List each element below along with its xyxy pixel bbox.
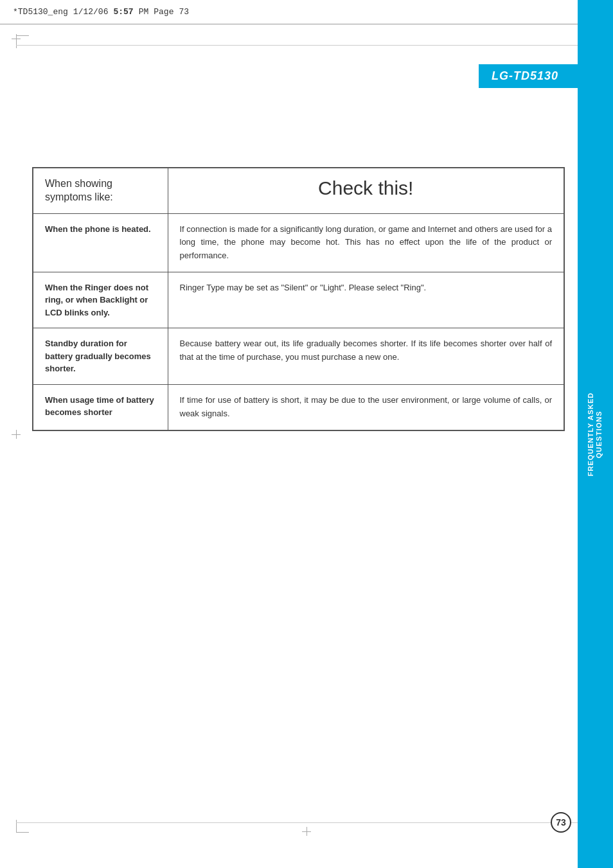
symptom-cell-3: When usage time of battery becomes short… bbox=[33, 384, 168, 430]
blue-sidebar: FREQUENTLY ASKED QUESTIONS bbox=[578, 0, 613, 868]
crosshair-top-left bbox=[12, 34, 21, 43]
sidebar-text-container: FREQUENTLY ASKED QUESTIONS bbox=[578, 392, 613, 476]
crosshair-bottom-center bbox=[302, 827, 311, 836]
col-symptom-header: When showing symptoms like: bbox=[33, 168, 168, 213]
header-date: 1/12/06 bbox=[73, 7, 109, 17]
crosshair-left-middle bbox=[12, 430, 21, 439]
page-number-badge: 73 bbox=[551, 812, 571, 833]
main-content: When showing symptoms like: Check this! … bbox=[32, 128, 565, 804]
h-line-top bbox=[16, 45, 597, 46]
corner-mark-bl bbox=[16, 820, 29, 833]
symptom-cell-2: Standby duration for battery gradually b… bbox=[33, 328, 168, 385]
check-cell-3: If time for use of battery is short, it … bbox=[168, 384, 564, 430]
table-row: When usage time of battery becomes short… bbox=[33, 384, 564, 430]
symptom-cell-0: When the phone is heated. bbox=[33, 213, 168, 272]
h-line-bottom bbox=[16, 822, 597, 823]
table-row: Standby duration for battery gradually b… bbox=[33, 328, 564, 385]
header-time: 5:57 bbox=[113, 7, 133, 17]
check-cell-0: If connection is made for a significantl… bbox=[168, 213, 564, 272]
header-page-label: Page bbox=[154, 7, 173, 17]
brand-header: LG-TD5130 bbox=[479, 64, 578, 88]
table-row: When the phone is heated.If connection i… bbox=[33, 213, 564, 272]
table-header-row: When showing symptoms like: Check this! bbox=[33, 168, 564, 213]
header-ampm: PM bbox=[139, 7, 149, 17]
check-cell-2: Because battery wear out, its life gradu… bbox=[168, 328, 564, 385]
brand-name: LG-TD5130 bbox=[492, 69, 558, 83]
header-page-num: 73 bbox=[179, 7, 189, 17]
col-check-header: Check this! bbox=[168, 168, 564, 213]
table-row: When the Ringer does not ring, or when B… bbox=[33, 272, 564, 328]
sidebar-label: FREQUENTLY ASKED QUESTIONS bbox=[587, 392, 603, 476]
header-file: *TD5130_eng bbox=[13, 7, 68, 17]
symptom-cell-1: When the Ringer does not ring, or when B… bbox=[33, 272, 168, 328]
page-header: *TD5130_eng 1/12/06 5:57 PM Page 73 bbox=[0, 0, 613, 24]
faq-table: When showing symptoms like: Check this! … bbox=[32, 167, 565, 431]
check-cell-1: Ringer Type may be set as "Silent" or "L… bbox=[168, 272, 564, 328]
